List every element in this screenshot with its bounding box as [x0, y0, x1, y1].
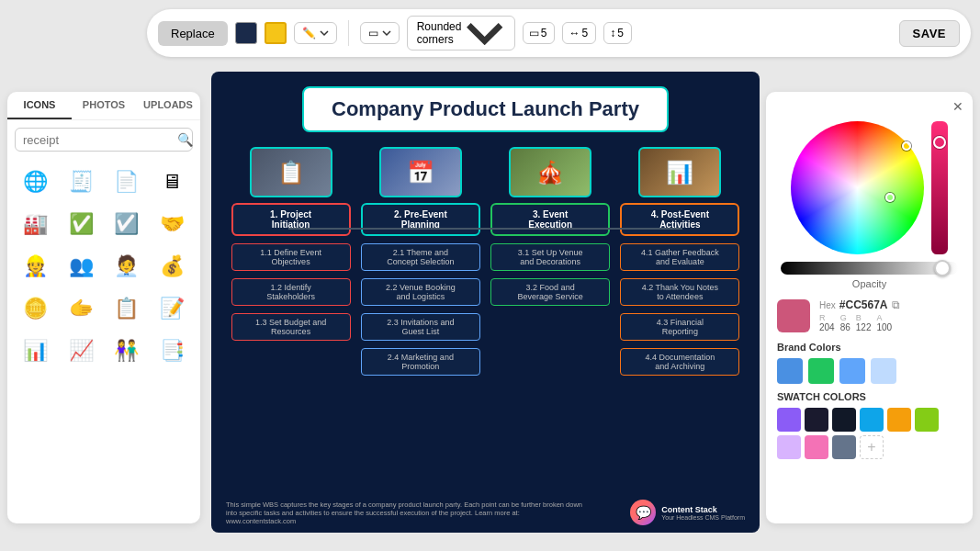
hex-row: Hex #CC567A ⧉ — [819, 298, 962, 311]
tab-uploads[interactable]: UPLOADS — [136, 92, 200, 119]
swatch-black[interactable] — [832, 408, 856, 432]
swatch-grid: + — [777, 408, 962, 459]
col1-child1[interactable]: 1.1 Define EventObjectives — [231, 243, 351, 271]
col3-child1[interactable]: 3.1 Set Up Venueand Decorations — [490, 243, 610, 271]
col4-child3[interactable]: 4.3 FinancialReporting — [620, 313, 739, 341]
r-num: 204 — [819, 322, 835, 332]
brand-swatch-green[interactable] — [808, 358, 834, 384]
saturation-handle — [933, 136, 946, 149]
search-icon[interactable]: 🔍 — [177, 132, 193, 147]
col4-child2[interactable]: 4.2 Thank You Notesto Attendees — [620, 278, 739, 306]
icon-cell-worker[interactable]: 👷 — [15, 247, 57, 286]
col3-child2[interactable]: 3.2 Food andBeverage Service — [490, 278, 610, 306]
icon-grid: 🌐 🧾 📄 🖥 🏭 ✅ ☑️ 🤝 👷 👥 🧑‍💼 💰 🪙 🫱 📋 📝 📊 📈 👫… — [7, 159, 200, 374]
brightness-slider[interactable] — [781, 262, 958, 275]
num-input-1[interactable]: ▭ 5 — [523, 22, 556, 44]
col2-photo: 📅 — [379, 147, 462, 197]
col4-child1[interactable]: 4.1 Gather Feedbackand Evaluate — [620, 243, 739, 271]
swatch-lime[interactable] — [915, 408, 939, 432]
icon-cell-person[interactable]: 🧑‍💼 — [106, 247, 148, 286]
save-button[interactable]: SAVE — [899, 20, 960, 47]
icon-cell-check-outline[interactable]: ☑️ — [106, 205, 148, 243]
color-swatch-dark[interactable] — [235, 22, 257, 44]
saturation-bar[interactable] — [931, 121, 948, 254]
copy-icon[interactable]: ⧉ — [892, 298, 900, 311]
brand-colors-title: Brand Colors — [777, 342, 962, 353]
col1-child2[interactable]: 1.2 IdentifyStakeholders — [231, 278, 351, 306]
search-input[interactable] — [23, 133, 177, 147]
border-icon: ▭ — [529, 27, 539, 39]
search-bar: 🔍 — [15, 128, 193, 152]
brand-swatch-pale[interactable] — [871, 358, 896, 384]
r-value: R 204 — [819, 313, 835, 332]
num-input-3[interactable]: ↕ 5 — [603, 22, 632, 44]
icon-cell-team2[interactable]: 👫 — [106, 332, 148, 370]
g-value: G 86 — [840, 313, 850, 332]
swatch-darknavy[interactable] — [805, 408, 828, 432]
icon-cell-clipboard[interactable]: 📋 — [106, 289, 148, 328]
icon-cell-chart[interactable]: 📊 — [15, 332, 57, 370]
color-swatch-yellow[interactable] — [265, 22, 287, 44]
icon-cell-receipt[interactable]: 🧾 — [61, 163, 103, 201]
wbs-title-box: Company Product Launch Party — [302, 86, 669, 132]
col3-node[interactable]: 3. EventExecution — [490, 203, 610, 236]
icon-cell-report[interactable]: 📈 — [61, 332, 103, 370]
hex-value[interactable]: #CC567A — [839, 298, 888, 311]
logo-name: Content Stack — [661, 505, 745, 514]
wbs-col-2: 📅 2. Pre-EventPlanning 2.1 Theme andConc… — [361, 147, 480, 376]
col4-child4[interactable]: 4.4 Documentationand Archiving — [620, 348, 739, 376]
icon-cell-notes[interactable]: 📝 — [152, 289, 194, 328]
col1-child3[interactable]: 1.3 Set Budget andResources — [231, 313, 351, 341]
tab-photos[interactable]: PHOTOS — [72, 92, 136, 119]
shape-dropdown[interactable]: ▭ — [360, 22, 400, 44]
close-button[interactable]: ✕ — [952, 99, 963, 114]
selected-color-box[interactable] — [777, 299, 810, 332]
col2-child3[interactable]: 2.3 Invitations andGuest List — [361, 313, 480, 341]
swatch-slate[interactable] — [832, 435, 856, 459]
footer-text: This simple WBS captures the key stages … — [226, 500, 590, 525]
panel-header: ✕ — [766, 92, 973, 118]
icon-cell-server[interactable]: 🖥 — [152, 163, 194, 201]
col4-node[interactable]: 4. Post-EventActivities — [620, 203, 739, 236]
col2-child4[interactable]: 2.4 Marketing andPromotion — [361, 348, 480, 376]
swatch-lavender[interactable] — [777, 435, 801, 459]
swatch-colors-section: SWATCH COLORS + — [766, 388, 973, 463]
replace-button[interactable]: Replace — [158, 21, 228, 46]
col1-photo: 📋 — [250, 147, 332, 197]
icon-cell-checklist[interactable]: 📑 — [152, 332, 194, 370]
tab-icons[interactable]: ICONS — [7, 92, 72, 119]
logo-icon: 💬 — [630, 500, 656, 525]
wbs-col-3: 🎪 3. EventExecution 3.1 Set Up Venueand … — [490, 147, 610, 376]
num-input-2[interactable]: ↔ 5 — [562, 22, 596, 44]
icon-cell-globe[interactable]: 🌐 — [15, 163, 57, 201]
icon-cell-check-circle[interactable]: ✅ — [61, 205, 103, 243]
icon-cell-hand[interactable]: 🫱 — [61, 289, 103, 328]
brand-swatch-blue[interactable] — [777, 358, 803, 384]
wheel-cursor-main — [885, 193, 895, 202]
brand-swatch-lightblue[interactable] — [839, 358, 865, 384]
separator1 — [348, 20, 349, 46]
icon-cell-handshake[interactable]: 🤝 — [152, 205, 194, 243]
icon-cell-factory[interactable]: 🏭 — [15, 205, 57, 243]
style-dropdown[interactable]: ✏️ — [294, 22, 337, 44]
swatch-sky[interactable] — [860, 408, 884, 432]
rect-icon: ▭ — [368, 27, 378, 39]
rounded-corners-dropdown[interactable]: Rounded corners — [407, 16, 515, 51]
icon-cell-document[interactable]: 📄 — [106, 163, 148, 201]
col2-node[interactable]: 2. Pre-EventPlanning — [361, 203, 480, 236]
brand-colors-section: Brand Colors — [766, 338, 973, 388]
icon-cell-money[interactable]: 💰 — [152, 247, 194, 286]
height-icon: ↕ — [610, 27, 615, 39]
swatch-add-button[interactable]: + — [860, 435, 884, 459]
col2-child1[interactable]: 2.1 Theme andConcept Selection — [361, 243, 480, 271]
swatch-amber[interactable] — [887, 408, 911, 432]
col2-child2[interactable]: 2.2 Venue Bookingand Logistics — [361, 278, 480, 306]
swatch-purple[interactable] — [777, 408, 801, 432]
icon-cell-team[interactable]: 👥 — [61, 247, 103, 286]
col3-photo: 🎪 — [509, 147, 591, 197]
swatch-pink[interactable] — [805, 435, 828, 459]
brightness-handle — [934, 260, 951, 276]
col1-node[interactable]: 1. ProjectInitiation — [231, 203, 351, 236]
icon-cell-coin[interactable]: 🪙 — [15, 289, 57, 328]
rounded-corners-label: Rounded corners — [417, 20, 462, 46]
